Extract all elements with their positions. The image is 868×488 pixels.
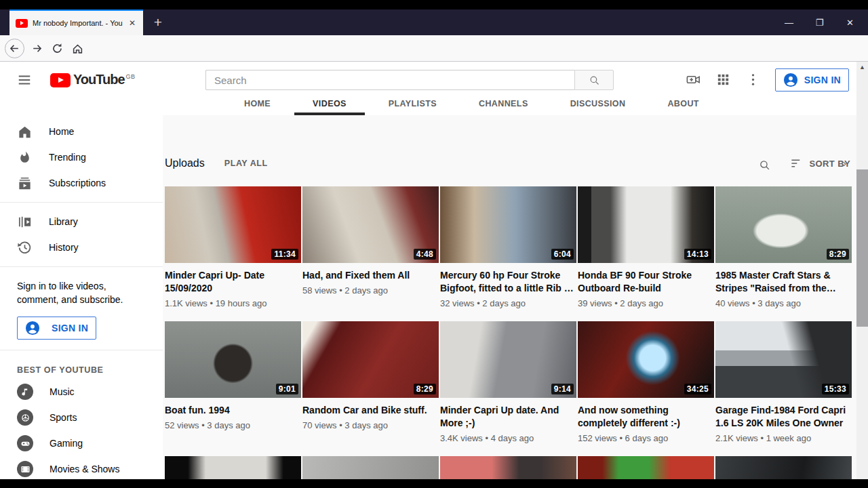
sidebar-item[interactable]: Library	[0, 209, 163, 235]
video-meta: 58 views • 2 days ago	[302, 285, 439, 296]
video-title[interactable]: Mercury 60 hp Four Stroke Bigfoot, fitte…	[440, 269, 576, 295]
video-meta: 70 views • 3 days ago	[302, 420, 439, 430]
video-thumbnail[interactable]: 4:48	[302, 186, 439, 263]
video-card[interactable]	[165, 456, 301, 479]
youtube-logo[interactable]: YouTube GB	[50, 73, 136, 87]
video-title[interactable]: Minder Capri Up- Date 15/09/2020	[165, 269, 301, 295]
best-of-youtube-header: BEST OF YOUTUBE	[0, 357, 163, 379]
scrollbar-up-arrow[interactable]: ▲	[856, 62, 868, 73]
forward-button[interactable]	[26, 38, 47, 58]
video-title[interactable]: Garage Find-1984 Ford Capri 1.6 LS 20K M…	[715, 404, 852, 430]
video-title[interactable]: Honda BF 90 Four Stroke Outboard Re-buil…	[578, 269, 714, 295]
page-scrollbar[interactable]: ▲	[856, 62, 868, 479]
video-card[interactable]: 15:33 Garage Find-1984 Ford Capri 1.6 LS…	[715, 321, 852, 447]
new-tab-button[interactable]: +	[146, 9, 170, 35]
sidebar-item[interactable]: Music	[0, 379, 163, 405]
channel-tab[interactable]: HOME	[226, 98, 289, 115]
video-card[interactable]	[715, 456, 852, 479]
more-options-icon[interactable]	[745, 72, 761, 87]
sidebar-item[interactable]: Subscriptions	[0, 170, 163, 196]
person-icon	[783, 73, 798, 87]
sidebar-item[interactable]: Sports	[0, 405, 163, 430]
video-card[interactable]: 8:29 1985 Master Craft Stars & Stripes "…	[715, 186, 852, 312]
video-card[interactable]: 34:25 And now something completely diffe…	[578, 321, 714, 447]
video-card[interactable]: 6:04 Mercury 60 hp Four Stroke Bigfoot, …	[440, 186, 576, 312]
video-thumbnail[interactable]	[302, 456, 439, 479]
promo-line: Sign in to like videos,	[17, 279, 146, 293]
video-thumbnail[interactable]: 9:01	[165, 321, 301, 398]
video-title[interactable]: 1985 Master Craft Stars & Stripes "Raise…	[715, 269, 852, 295]
library-icon	[17, 214, 33, 230]
tab-close-icon[interactable]: ✕	[127, 18, 137, 28]
uploads-title: Uploads	[165, 157, 205, 169]
sidebar-item[interactable]: Gaming	[0, 430, 163, 456]
video-title[interactable]: Boat fun. 1994	[165, 404, 301, 417]
guide-menu-icon[interactable]	[17, 73, 32, 87]
channel-tab[interactable]: VIDEOS	[294, 98, 365, 115]
header-sign-in-button[interactable]: SIGN IN	[775, 68, 849, 92]
video-card[interactable]: 8:29 Random Car and Bike stuff. 70 views…	[302, 321, 439, 447]
apps-grid-icon[interactable]	[715, 72, 731, 87]
video-meta: 40 views • 3 days ago	[715, 298, 852, 308]
home-button[interactable]	[67, 38, 87, 58]
video-card[interactable]: 14:13 Honda BF 90 Four Stroke Outboard R…	[578, 186, 714, 312]
sidebar-item-label: Gaming	[50, 438, 83, 449]
browser-tab[interactable]: Mr nobody Important. - YouTu ✕	[9, 9, 143, 35]
video-title[interactable]: Random Car and Bike stuff.	[302, 404, 439, 417]
sort-by-label: SORT BY	[809, 159, 850, 169]
search-input[interactable]	[205, 70, 574, 90]
video-card[interactable]	[578, 456, 714, 479]
channel-tab[interactable]: PLAYLISTS	[370, 98, 455, 115]
video-card[interactable]	[302, 456, 439, 479]
duration-badge: 8:29	[414, 384, 436, 394]
music-icon	[17, 384, 33, 400]
video-thumbnail[interactable]: 8:29	[302, 321, 439, 398]
video-thumbnail[interactable]: 34:25	[578, 321, 714, 398]
video-thumbnail[interactable]: 11:34	[165, 186, 301, 263]
video-card[interactable]: 4:48 Had, and Fixed them All 58 views • …	[302, 186, 439, 312]
sidebar-item-label: Subscriptions	[49, 178, 106, 188]
reload-button[interactable]	[47, 38, 67, 58]
play-all-button[interactable]: PLAY ALL	[224, 159, 268, 168]
video-thumbnail[interactable]: 15:33	[715, 321, 852, 398]
video-thumbnail[interactable]: 9:14	[440, 321, 576, 398]
video-title[interactable]: Had, and Fixed them All	[302, 269, 439, 282]
close-button[interactable]: ✕	[835, 9, 865, 35]
scrollbar-thumb[interactable]	[856, 169, 868, 327]
duration-badge: 14:13	[684, 249, 711, 260]
video-thumbnail[interactable]: 14:13	[578, 186, 714, 263]
search-button[interactable]	[574, 70, 614, 90]
back-button[interactable]	[5, 39, 24, 58]
best-of-youtube-section: Music Sports Gaming	[0, 379, 163, 479]
channel-tab[interactable]: DISCUSSION	[552, 98, 644, 115]
video-thumbnail[interactable]	[715, 456, 852, 479]
uploads-header-row: Uploads PLAY ALL SORT BY	[165, 157, 850, 169]
video-title[interactable]: And now something completely different :…	[578, 404, 714, 430]
video-card[interactable]: 9:14 Minder Capri Up date. And More ;-) …	[440, 321, 576, 447]
video-card[interactable]: 11:34 Minder Capri Up- Date 15/09/2020 1…	[165, 186, 301, 312]
restore-button[interactable]: ❐	[804, 9, 835, 35]
channel-tab[interactable]: CHANNELS	[460, 98, 547, 115]
sidebar-sign-in-button[interactable]: SIGN IN	[17, 317, 96, 340]
video-title[interactable]: Minder Capri Up date. And More ;-)	[440, 404, 576, 430]
video-card[interactable]	[440, 456, 576, 479]
video-thumbnail[interactable]: 6:04	[440, 186, 576, 263]
video-card[interactable]: 9:01 Boat fun. 1994 52 views • 3 days ag…	[165, 321, 301, 447]
sort-by-button[interactable]: SORT BY	[790, 158, 850, 169]
sidebar-item[interactable]: Movies & Shows	[0, 456, 163, 479]
minimize-button[interactable]: —	[774, 9, 804, 35]
video-thumbnail[interactable]: 8:29	[715, 186, 852, 263]
sidebar-item[interactable]: Home	[0, 119, 163, 144]
create-video-icon[interactable]	[686, 72, 701, 87]
video-thumbnail[interactable]	[440, 456, 576, 479]
sidebar-item-label: Trending	[49, 152, 86, 163]
browser-toolbar: https://www.youtube.com/channel/UCvHMJdI…	[0, 35, 868, 62]
channel-tab[interactable]: ABOUT	[649, 98, 717, 115]
letterbox-bottom	[0, 479, 868, 488]
sidebar-item[interactable]: History	[0, 235, 163, 260]
video-thumbnail[interactable]	[165, 456, 301, 479]
video-thumbnail[interactable]	[578, 456, 714, 479]
sidebar-item-label: Home	[49, 126, 74, 137]
video-meta: 1.1K views • 19 hours ago	[165, 298, 301, 308]
sidebar-item[interactable]: Trending	[0, 144, 163, 170]
